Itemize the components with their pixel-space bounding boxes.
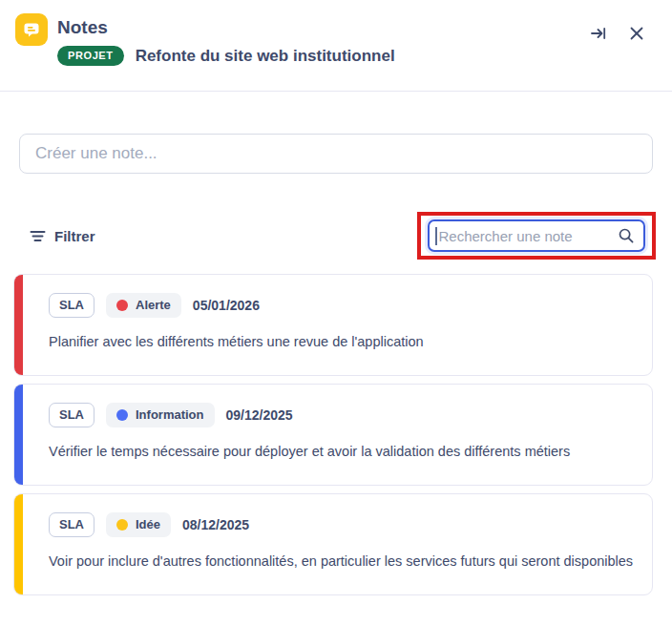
category-badge: Idée <box>106 512 171 537</box>
note-date: 05/01/2026 <box>193 298 260 313</box>
note-text: Planifier avec les différents métiers un… <box>49 329 424 354</box>
note-date: 08/12/2025 <box>182 517 249 532</box>
note-card-idee[interactable]: SLA Idée 08/12/2025 Voir pour inclure d'… <box>13 493 653 595</box>
sla-tag-badge: SLA <box>49 403 94 427</box>
project-row: PROJET Refonte du site web institutionne… <box>57 46 588 66</box>
notes-list: SLA Alerte 05/01/2026 Planifier avec les… <box>13 274 653 595</box>
note-color-strip <box>14 494 23 594</box>
search-input[interactable] <box>439 228 619 244</box>
category-badge: Information <box>106 403 215 427</box>
notes-panel-content: Filtrer SLA Alerte <box>0 134 672 595</box>
category-label: Alerte <box>136 298 171 313</box>
collapse-to-right-icon <box>589 24 608 43</box>
sla-tag-badge: SLA <box>49 512 94 537</box>
note-card-alerte[interactable]: SLA Alerte 05/01/2026 Planifier avec les… <box>13 274 653 376</box>
category-dot-icon <box>116 519 128 531</box>
annotation-highlight-box <box>417 212 656 260</box>
panel-header: Notes PROJET Refonte du site web institu… <box>0 0 672 92</box>
note-text: Voir pour inclure d'autres fonctionnalit… <box>49 549 633 573</box>
filter-button[interactable]: Filtrer <box>19 228 95 244</box>
filter-icon <box>30 230 46 242</box>
panel-title: Notes <box>57 13 588 42</box>
sla-tag-badge: SLA <box>49 293 94 318</box>
collapse-panel-button[interactable] <box>588 23 609 44</box>
filter-label: Filtrer <box>54 228 95 244</box>
note-text: Vérifier le temps nécessaire pour déploy… <box>49 439 570 464</box>
note-card-information[interactable]: SLA Information 09/12/2025 Vérifier le t… <box>13 384 653 486</box>
project-badge: PROJET <box>57 46 124 66</box>
note-color-strip <box>14 385 23 485</box>
category-label: Idée <box>136 517 160 532</box>
text-caret <box>435 227 437 245</box>
close-icon <box>628 25 645 42</box>
search-box[interactable] <box>428 219 645 252</box>
chat-bubble-icon <box>22 20 41 39</box>
note-date: 09/12/2025 <box>226 407 293 423</box>
category-dot-icon <box>116 300 128 311</box>
category-badge: Alerte <box>106 293 181 318</box>
create-note-input[interactable] <box>19 134 653 174</box>
project-title: Refonte du site web institutionnel <box>136 47 395 66</box>
close-panel-button[interactable] <box>626 23 647 44</box>
note-color-strip <box>14 275 23 375</box>
category-dot-icon <box>116 409 128 421</box>
category-label: Information <box>136 407 204 423</box>
notes-app-icon <box>15 13 48 46</box>
search-icon <box>618 227 635 244</box>
